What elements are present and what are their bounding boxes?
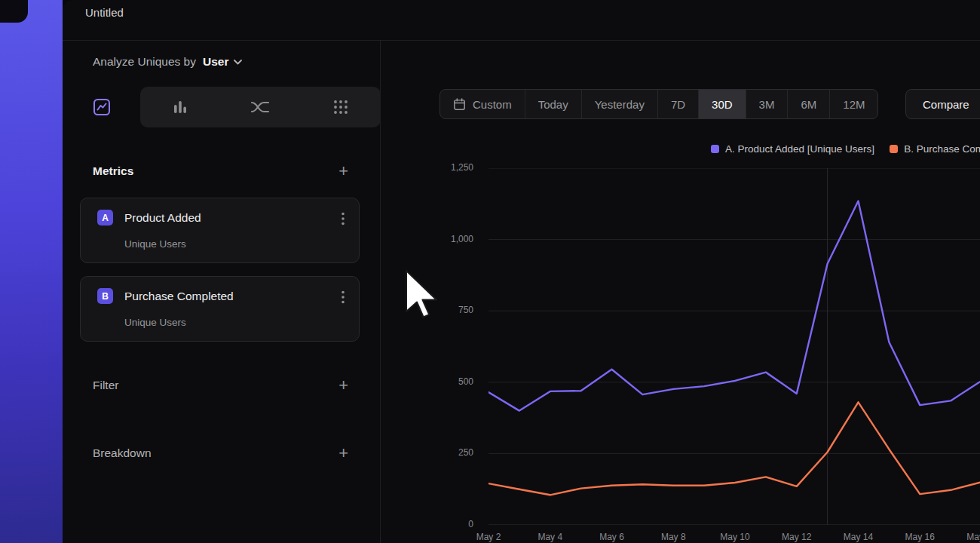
compare-button[interactable]: Compare	[905, 89, 980, 119]
breakdown-row: Breakdown +	[93, 443, 348, 463]
metric-card-a[interactable]: A Product Added Unique Users	[80, 198, 360, 263]
x-tick-label: May 18	[957, 532, 980, 542]
x-tick-label: May 12	[773, 532, 821, 542]
metric-measurement[interactable]: Unique Users	[124, 238, 186, 250]
y-tick-label: 1,250	[422, 162, 473, 173]
metric-options-button[interactable]	[339, 288, 347, 309]
chart-panel: CustomTodayYesterday7D30D3M6M12M Compare…	[381, 41, 980, 543]
analyze-label: Analyze Uniques by	[93, 55, 196, 69]
top-bar: Untitled	[63, 0, 980, 41]
x-tick-label: May 10	[711, 532, 759, 542]
analyze-row: Analyze Uniques by User	[93, 55, 242, 69]
range-option-30d[interactable]: 30D	[698, 90, 746, 118]
calendar-icon	[453, 98, 466, 111]
chart-type-tabs	[63, 87, 381, 127]
y-tick-label: 500	[422, 376, 473, 387]
add-filter-button[interactable]: +	[338, 378, 348, 393]
tab-flows[interactable]	[220, 87, 300, 127]
line-chart-icon	[93, 98, 111, 116]
x-tick-label: May 8	[649, 532, 697, 542]
series-line	[488, 201, 980, 411]
metric-badge: B	[97, 288, 113, 304]
y-tick-label: 250	[422, 447, 473, 458]
range-option-3m[interactable]: 3M	[746, 90, 788, 118]
legend-item[interactable]: B. Purchase Completed [Unique Users]	[890, 143, 980, 155]
filter-row: Filter +	[93, 376, 348, 395]
legend-swatch-icon	[890, 145, 898, 153]
metric-badge: A	[97, 210, 113, 225]
kebab-menu-icon	[341, 212, 345, 225]
background-window-corner	[0, 0, 28, 23]
range-option-6m[interactable]: 6M	[787, 90, 829, 118]
tab-grid-dots[interactable]	[301, 87, 381, 127]
range-option-12m[interactable]: 12M	[829, 90, 877, 118]
tab-bar-chart[interactable]	[140, 87, 220, 127]
desktop-gradient-background	[0, 0, 63, 543]
legend-label: B. Purchase Completed [Unique Users]	[904, 143, 980, 155]
metric-options-button[interactable]	[339, 210, 347, 231]
kebab-menu-icon	[341, 290, 345, 304]
y-tick-label: 750	[422, 305, 473, 315]
metric-name: Purchase Completed	[124, 290, 234, 303]
bar-chart-icon	[171, 98, 189, 116]
legend-swatch-icon	[711, 145, 719, 153]
analyze-entity-value: User	[203, 55, 228, 69]
y-tick-label: 1,000	[422, 234, 473, 244]
range-option-today[interactable]: Today	[525, 90, 581, 118]
metric-name: Product Added	[124, 211, 201, 225]
add-metric-button[interactable]: +	[338, 164, 348, 179]
tab-line-chart[interactable]	[63, 87, 140, 127]
x-tick-label: May 2	[464, 532, 513, 542]
inactive-tabs-group	[140, 87, 381, 127]
compare-label: Compare	[923, 98, 969, 111]
flows-icon	[250, 100, 270, 115]
query-sidebar: Analyze Uniques by User	[63, 41, 381, 543]
grid-dots-icon	[332, 99, 349, 115]
line-chart	[488, 168, 980, 525]
report-title[interactable]: Untitled	[85, 6, 124, 19]
x-tick-label: May 14	[835, 532, 883, 542]
range-option-yesterday[interactable]: Yesterday	[581, 90, 657, 118]
chart-canvas[interactable]	[488, 168, 980, 525]
breakdown-heading: Breakdown	[93, 446, 152, 460]
metrics-header-row: Metrics +	[93, 161, 348, 181]
y-axis: 02505007501,0001,250	[422, 168, 473, 525]
legend-item[interactable]: A. Product Added [Unique Users]	[711, 143, 874, 155]
app-window: Untitled Analyze Uniques by User	[63, 0, 980, 543]
chart-legend: A. Product Added [Unique Users]B. Purcha…	[711, 143, 980, 155]
range-option-custom[interactable]: Custom	[440, 90, 525, 118]
add-breakdown-button[interactable]: +	[338, 446, 348, 461]
chevron-down-icon	[234, 60, 242, 65]
metric-card-b[interactable]: B Purchase Completed Unique Users	[80, 276, 360, 342]
x-tick-label: May 6	[588, 532, 636, 542]
y-tick-label: 0	[422, 519, 473, 529]
legend-label: A. Product Added [Unique Users]	[725, 143, 874, 155]
series-line	[488, 402, 980, 495]
x-tick-label: May 4	[526, 532, 574, 542]
range-option-7d[interactable]: 7D	[657, 90, 698, 118]
metric-measurement[interactable]: Unique Users	[124, 317, 186, 328]
metrics-heading: Metrics	[93, 164, 133, 178]
x-axis: May 2May 4May 6May 8May 10May 12May 14Ma…	[488, 532, 980, 543]
x-tick-label: May 16	[896, 532, 944, 542]
filter-heading: Filter	[93, 379, 118, 392]
date-range-group: CustomTodayYesterday7D30D3M6M12M	[439, 89, 878, 119]
analyze-entity-dropdown[interactable]: User	[203, 55, 242, 69]
